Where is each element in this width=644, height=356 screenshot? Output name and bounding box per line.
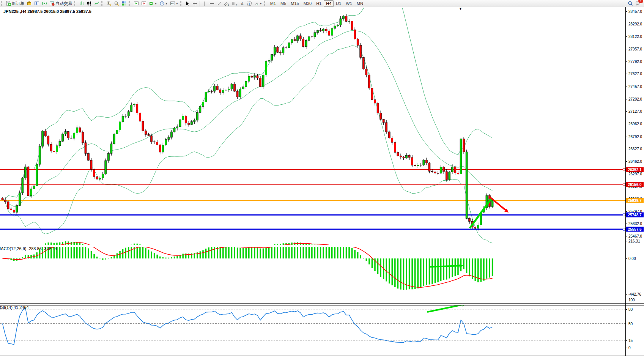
- vertical-line-tool[interactable]: [201, 0, 208, 7]
- candle-bear: [90, 160, 92, 169]
- candle-bull: [39, 146, 41, 165]
- hline-anchor[interactable]: [623, 183, 625, 186]
- candle-bull: [179, 120, 181, 127]
- hline-anchor[interactable]: [623, 168, 625, 171]
- candle-bull: [131, 105, 132, 112]
- candle-chart-button[interactable]: [85, 0, 93, 7]
- periods-button[interactable]: ▼: [158, 0, 169, 7]
- candle-bear: [219, 90, 221, 92]
- price-level-badge: 25557.6: [626, 227, 644, 232]
- candle-bull: [65, 132, 66, 134]
- bar-chart-button[interactable]: [78, 0, 85, 7]
- candle-bear: [82, 132, 83, 143]
- timeframe-h1[interactable]: H1: [314, 0, 324, 7]
- hline-anchor[interactable]: [623, 214, 625, 216]
- candle-bull: [248, 76, 250, 81]
- candle-bull: [423, 160, 425, 165]
- zoom-in-button[interactable]: [105, 0, 113, 7]
- rsi-tick-label: 15: [628, 338, 633, 342]
- timeframe-m30[interactable]: M30: [301, 0, 314, 7]
- candle-bull: [73, 133, 75, 139]
- crosshair-tool-button[interactable]: [191, 0, 198, 7]
- templates-button[interactable]: ▼: [169, 0, 180, 7]
- auto-scroll-icon: [134, 1, 139, 6]
- timeframe-d1[interactable]: D1: [334, 0, 343, 7]
- candle-bull: [208, 91, 210, 92]
- search-icon[interactable]: [628, 1, 633, 6]
- hline-anchor[interactable]: [623, 228, 625, 231]
- gold-box-icon: [27, 1, 32, 6]
- candle-bear: [96, 176, 98, 179]
- panel-separator[interactable]: [0, 303, 644, 306]
- autotrade-button[interactable]: 自动交易: [48, 0, 73, 7]
- candle-bull: [477, 225, 479, 228]
- candle-bull: [231, 84, 233, 89]
- timeframe-mn[interactable]: MN: [354, 0, 365, 7]
- candle-bull: [239, 89, 241, 97]
- cursor-tool-button[interactable]: [184, 0, 191, 7]
- trend-arrow[interactable]: [430, 266, 460, 267]
- accounts-button[interactable]: [33, 0, 41, 7]
- arrows-tool[interactable]: ▼: [253, 0, 263, 7]
- indicators-button[interactable]: ▼: [148, 0, 158, 7]
- notification-badge: 1: [638, 0, 643, 3]
- timeframe-m5[interactable]: M5: [278, 0, 288, 7]
- candle-bull: [265, 61, 267, 75]
- tile-windows-button[interactable]: [120, 0, 128, 7]
- candle-bear: [136, 104, 138, 113]
- fibonacci-tool[interactable]: F: [231, 0, 239, 7]
- notifications-button[interactable]: 1: [635, 0, 641, 6]
- rsi-tick-label: 50: [628, 321, 633, 326]
- zoom-out-icon: [114, 1, 119, 6]
- price-tick-label: 28457.0: [628, 9, 642, 14]
- timeframe-m1[interactable]: M1: [268, 0, 278, 7]
- candle-bear: [457, 173, 459, 174]
- panel-separator[interactable]: [0, 245, 644, 247]
- timeframe-h4[interactable]: H4: [324, 0, 334, 7]
- toolbar-right: 1: [628, 0, 644, 6]
- candle-bear: [388, 132, 390, 138]
- candle-bear: [47, 136, 49, 144]
- candle-bull: [282, 48, 284, 53]
- candle-bull: [42, 131, 44, 146]
- toolbar-grip: [101, 1, 104, 6]
- text-tool[interactable]: A: [239, 0, 246, 7]
- candle-bear: [188, 123, 190, 125]
- history-center-button[interactable]: [25, 0, 33, 7]
- last-bar-marker: ▼: [459, 7, 462, 11]
- candle-bull: [105, 161, 107, 174]
- price-tick-label: 27127.0: [628, 109, 642, 113]
- channel-tool[interactable]: E: [223, 0, 231, 7]
- candle-bull: [30, 189, 32, 195]
- new-order-button[interactable]: 新订单: [5, 0, 25, 7]
- candle-bear: [365, 69, 367, 75]
- candle-bull: [36, 164, 38, 186]
- trendline-tool[interactable]: [216, 0, 223, 7]
- candle-bull: [102, 174, 104, 178]
- auto-scroll-button[interactable]: [132, 0, 140, 7]
- trend-arrow[interactable]: [489, 196, 505, 210]
- chart-shift-button[interactable]: [140, 0, 148, 7]
- candle-bear: [85, 143, 87, 154]
- line-chart-button[interactable]: [93, 0, 101, 7]
- new-order-icon: [6, 1, 11, 6]
- signals-button[interactable]: [41, 0, 48, 7]
- bollinger-lower-band: [3, 46, 493, 243]
- candle-bear: [93, 169, 95, 176]
- candle-bear: [299, 36, 301, 39]
- horizontal-line-tool[interactable]: [208, 0, 216, 7]
- candle-bear: [383, 120, 384, 123]
- candle-bear: [2, 198, 3, 200]
- timeframe-m15[interactable]: M15: [288, 0, 301, 7]
- candle-bull: [348, 21, 350, 22]
- zoom-out-button[interactable]: [113, 0, 120, 7]
- candle-bear: [400, 156, 402, 157]
- toolbar-grip: [129, 1, 132, 6]
- timeframe-w1[interactable]: W1: [343, 0, 354, 7]
- rsi-tick-mark: [625, 324, 627, 324]
- chart-window[interactable]: JPN225-,H4 25987.5 26015.0 25897.5 25937…: [0, 7, 644, 356]
- price-level-badge: 26352.1: [626, 167, 644, 172]
- label-tool[interactable]: T: [246, 0, 253, 7]
- trend-arrow[interactable]: [427, 305, 462, 312]
- chart-shift-icon: [141, 1, 146, 6]
